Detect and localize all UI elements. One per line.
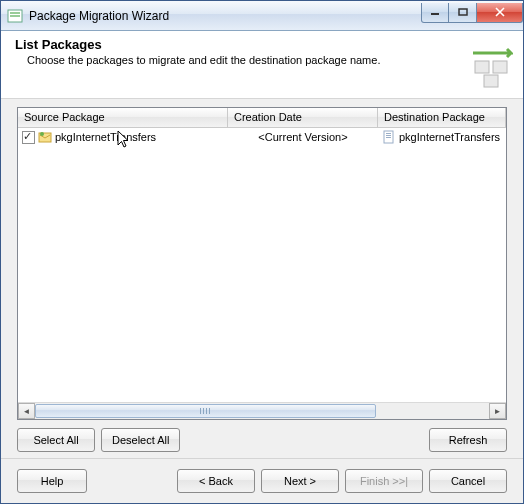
svg-rect-13 [386,137,391,138]
svg-rect-11 [386,133,391,134]
svg-rect-5 [475,61,489,73]
app-icon [7,8,23,24]
page-subtitle: Choose the packages to migrate and edit … [15,54,509,66]
finish-button: Finish >>| [345,469,423,493]
source-package-name: pkgInternetTransfers [55,131,156,143]
svg-rect-3 [431,13,439,15]
svg-rect-6 [493,61,507,73]
scroll-track[interactable] [35,403,489,419]
scroll-left-button[interactable]: ◄ [18,403,35,419]
selection-button-row: Select All Deselect All Refresh [17,420,507,456]
cancel-button[interactable]: Cancel [429,469,507,493]
refresh-button[interactable]: Refresh [429,428,507,452]
page-title: List Packages [15,37,509,52]
col-header-source[interactable]: Source Package [18,108,228,127]
wizard-graphic-icon [469,47,513,91]
grid-header-row: Source Package Creation Date Destination… [18,108,506,128]
wizard-window: Package Migration Wizard List Packages C… [0,0,524,504]
minimize-button[interactable] [421,3,449,23]
svg-rect-2 [10,15,20,17]
document-icon [382,130,396,144]
content-area: Source Package Creation Date Destination… [1,99,523,503]
svg-rect-1 [10,12,20,14]
row-checkbox[interactable] [22,131,35,144]
cell-source: pkgInternetTransfers [18,128,228,146]
col-header-destination[interactable]: Destination Package [378,108,506,127]
table-row[interactable]: pkgInternetTransfers <Current Version> p… [18,128,506,146]
wizard-nav-row: Help < Back Next > Finish >>| Cancel [17,459,507,493]
svg-point-9 [40,132,44,136]
cell-destination[interactable]: pkgInternetTransfers [378,128,506,146]
select-all-button[interactable]: Select All [17,428,95,452]
wizard-header: List Packages Choose the packages to mig… [1,31,523,99]
creation-date: <Current Version> [258,131,347,143]
maximize-button[interactable] [449,3,477,23]
package-icon [38,130,52,144]
col-header-creation[interactable]: Creation Date [228,108,378,127]
next-button[interactable]: Next > [261,469,339,493]
window-controls [421,3,523,23]
svg-rect-7 [484,75,498,87]
packages-grid[interactable]: Source Package Creation Date Destination… [17,107,507,420]
scroll-right-button[interactable]: ► [489,403,506,419]
deselect-all-button[interactable]: Deselect All [101,428,180,452]
back-button[interactable]: < Back [177,469,255,493]
close-button[interactable] [477,3,523,23]
svg-rect-12 [386,135,391,136]
titlebar[interactable]: Package Migration Wizard [1,1,523,31]
horizontal-scrollbar[interactable]: ◄ ► [18,402,506,419]
help-button[interactable]: Help [17,469,87,493]
scroll-thumb[interactable] [35,404,376,418]
svg-rect-4 [459,9,467,15]
cell-creation: <Current Version> [228,128,378,146]
window-title: Package Migration Wizard [29,9,421,23]
destination-package-name: pkgInternetTransfers [399,131,500,143]
grid-body: pkgInternetTransfers <Current Version> p… [18,128,506,402]
